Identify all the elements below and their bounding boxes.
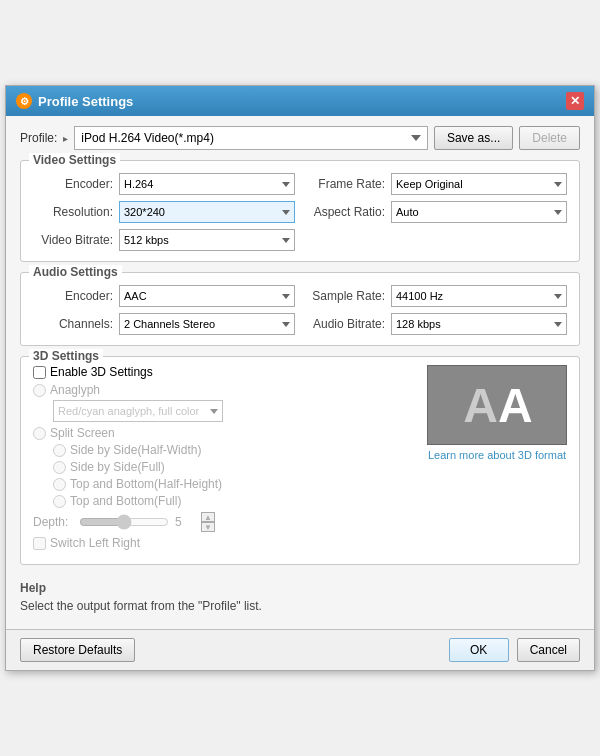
aa-preview: A A xyxy=(427,365,567,445)
dialog: ⚙ Profile Settings ✕ Profile: ▸ iPod H.2… xyxy=(5,85,595,671)
frame-rate-row: Frame Rate: Keep Original xyxy=(305,173,567,195)
side-by-side-full-radio[interactable] xyxy=(53,461,66,474)
side-by-side-half-radio[interactable] xyxy=(53,444,66,457)
switch-lr-checkbox[interactable] xyxy=(33,537,46,550)
video-settings-section: Video Settings Encoder: H.264 Frame Rate… xyxy=(20,160,580,262)
anaglyph-radio[interactable] xyxy=(33,384,46,397)
audio-settings-section: Audio Settings Encoder: AAC Sample Rate:… xyxy=(20,272,580,346)
titlebar-left: ⚙ Profile Settings xyxy=(16,93,133,109)
ok-button[interactable]: OK xyxy=(449,638,509,662)
switch-lr-label: Switch Left Right xyxy=(50,536,140,550)
side-by-side-full-label: Side by Side(Full) xyxy=(70,460,165,474)
content-area: Profile: ▸ iPod H.264 Video(*.mp4) Save … xyxy=(6,116,594,629)
dialog-title: Profile Settings xyxy=(38,94,133,109)
depth-up-button[interactable]: ▲ xyxy=(201,512,215,522)
3d-settings-content: Enable 3D Settings Anaglyph Red/cyan ana… xyxy=(33,365,567,554)
bottom-right-buttons: OK Cancel xyxy=(449,638,580,662)
top-bottom-half-row: Top and Bottom(Half-Height) xyxy=(53,477,417,491)
resolution-select[interactable]: 320*240 xyxy=(119,201,295,223)
audio-encoder-select[interactable]: AAC xyxy=(119,285,295,307)
frame-rate-select[interactable]: Keep Original xyxy=(391,173,567,195)
audio-bitrate-select[interactable]: 128 kbps xyxy=(391,313,567,335)
aa-left: A xyxy=(463,378,496,433)
3d-preview-area: A A Learn more about 3D format xyxy=(427,365,567,554)
depth-row: Depth: 5 ▲ ▼ xyxy=(33,512,417,532)
depth-down-button[interactable]: ▼ xyxy=(201,522,215,532)
delete-button[interactable]: Delete xyxy=(519,126,580,150)
frame-rate-label: Frame Rate: xyxy=(305,177,385,191)
top-bottom-full-radio[interactable] xyxy=(53,495,66,508)
audio-bitrate-label: Audio Bitrate: xyxy=(305,317,385,331)
video-settings-grid: Encoder: H.264 Frame Rate: Keep Original… xyxy=(33,173,567,251)
aspect-ratio-select[interactable]: Auto xyxy=(391,201,567,223)
audio-settings-grid: Encoder: AAC Sample Rate: 44100 Hz Chann… xyxy=(33,285,567,335)
aa-text: A A xyxy=(463,378,530,433)
side-by-side-half-row: Side by Side(Half-Width) xyxy=(53,443,417,457)
video-bitrate-select[interactable]: 512 kbps xyxy=(119,229,295,251)
encoder-select[interactable]: H.264 xyxy=(119,173,295,195)
audio-bitrate-row: Audio Bitrate: 128 kbps xyxy=(305,313,567,335)
split-screen-label: Split Screen xyxy=(50,426,115,440)
channels-row: Channels: 2 Channels Stereo xyxy=(33,313,295,335)
depth-spinner: ▲ ▼ xyxy=(201,512,215,532)
save-as-button[interactable]: Save as... xyxy=(434,126,513,150)
split-screen-radio[interactable] xyxy=(33,427,46,440)
video-bitrate-label: Video Bitrate: xyxy=(33,233,113,247)
depth-value: 5 xyxy=(175,515,195,529)
help-title: Help xyxy=(20,581,580,595)
channels-select[interactable]: 2 Channels Stereo xyxy=(119,313,295,335)
aa-right: A xyxy=(498,378,531,433)
sample-rate-select[interactable]: 44100 Hz xyxy=(391,285,567,307)
resolution-label: Resolution: xyxy=(33,205,113,219)
learn-more-link[interactable]: Learn more about 3D format xyxy=(428,449,566,461)
app-icon: ⚙ xyxy=(16,93,32,109)
side-by-side-full-row: Side by Side(Full) xyxy=(53,460,417,474)
profile-row: Profile: ▸ iPod H.264 Video(*.mp4) Save … xyxy=(20,126,580,150)
anaglyph-label: Anaglyph xyxy=(50,383,100,397)
audio-settings-title: Audio Settings xyxy=(29,265,122,279)
channels-label: Channels: xyxy=(33,317,113,331)
help-text: Select the output format from the "Profi… xyxy=(20,599,580,613)
profile-arrow-icon: ▸ xyxy=(63,133,68,144)
titlebar: ⚙ Profile Settings ✕ xyxy=(6,86,594,116)
3d-settings-section: 3D Settings Enable 3D Settings Anaglyph xyxy=(20,356,580,565)
side-by-side-half-label: Side by Side(Half-Width) xyxy=(70,443,201,457)
top-bottom-half-radio[interactable] xyxy=(53,478,66,491)
video-bitrate-row: Video Bitrate: 512 kbps xyxy=(33,229,295,251)
video-settings-title: Video Settings xyxy=(29,153,120,167)
aspect-ratio-row: Aspect Ratio: Auto xyxy=(305,201,567,223)
restore-defaults-button[interactable]: Restore Defaults xyxy=(20,638,135,662)
enable-3d-label[interactable]: Enable 3D Settings xyxy=(50,365,153,379)
encoder-row: Encoder: H.264 xyxy=(33,173,295,195)
split-screen-row: Split Screen xyxy=(33,426,417,440)
3d-settings-left: Enable 3D Settings Anaglyph Red/cyan ana… xyxy=(33,365,417,554)
anaglyph-row: Anaglyph xyxy=(33,383,417,397)
depth-label: Depth: xyxy=(33,515,73,529)
cancel-button[interactable]: Cancel xyxy=(517,638,580,662)
help-section: Help Select the output format from the "… xyxy=(20,575,580,619)
sample-rate-row: Sample Rate: 44100 Hz xyxy=(305,285,567,307)
switch-lr-row: Switch Left Right xyxy=(33,536,417,550)
depth-slider[interactable] xyxy=(79,514,169,530)
enable-3d-checkbox[interactable] xyxy=(33,366,46,379)
close-button[interactable]: ✕ xyxy=(566,92,584,110)
aspect-ratio-label: Aspect Ratio: xyxy=(305,205,385,219)
audio-encoder-label: Encoder: xyxy=(33,289,113,303)
top-bottom-full-label: Top and Bottom(Full) xyxy=(70,494,181,508)
enable-3d-row: Enable 3D Settings xyxy=(33,365,417,379)
profile-label: Profile: xyxy=(20,131,57,145)
resolution-row: Resolution: 320*240 xyxy=(33,201,295,223)
top-bottom-half-label: Top and Bottom(Half-Height) xyxy=(70,477,222,491)
bottom-bar: Restore Defaults OK Cancel xyxy=(6,629,594,670)
3d-settings-title: 3D Settings xyxy=(29,349,103,363)
sample-rate-label: Sample Rate: xyxy=(305,289,385,303)
top-bottom-full-row: Top and Bottom(Full) xyxy=(53,494,417,508)
anaglyph-select[interactable]: Red/cyan anaglyph, full color xyxy=(53,400,223,422)
audio-encoder-row: Encoder: AAC xyxy=(33,285,295,307)
encoder-label: Encoder: xyxy=(33,177,113,191)
profile-select[interactable]: iPod H.264 Video(*.mp4) xyxy=(74,126,428,150)
